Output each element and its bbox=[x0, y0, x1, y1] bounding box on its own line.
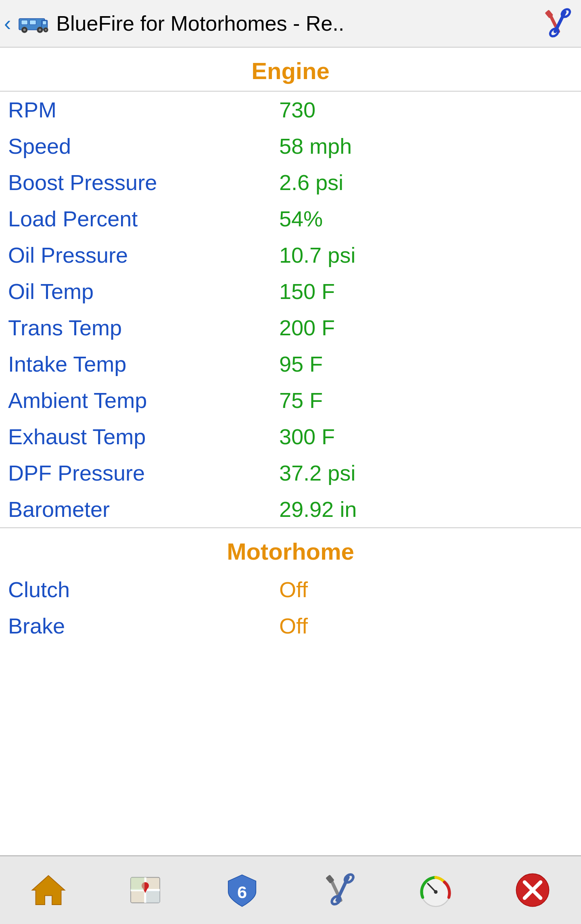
label-trans-temp: Trans Temp bbox=[8, 315, 279, 340]
label-brake: Brake bbox=[8, 613, 279, 638]
value-exhaust-temp: 300 F bbox=[279, 424, 573, 449]
label-intake-temp: Intake Temp bbox=[8, 351, 279, 376]
row-oil-temp: Oil Temp 150 F bbox=[0, 273, 581, 309]
tools-icon bbox=[321, 872, 357, 908]
row-speed: Speed 58 mph bbox=[0, 128, 581, 164]
svg-rect-2 bbox=[21, 20, 28, 25]
value-trans-temp: 200 F bbox=[279, 315, 573, 340]
label-boost-pressure: Boost Pressure bbox=[8, 170, 279, 195]
label-clutch: Clutch bbox=[8, 577, 279, 602]
row-dpf-pressure: DPF Pressure 37.2 psi bbox=[0, 455, 581, 491]
close-icon bbox=[514, 872, 551, 908]
row-oil-pressure: Oil Pressure 10.7 psi bbox=[0, 237, 581, 273]
bottom-nav: 6 bbox=[0, 855, 581, 924]
calendar-icon: 6 bbox=[224, 872, 260, 908]
label-dpf-pressure: DPF Pressure bbox=[8, 460, 279, 485]
svg-rect-3 bbox=[30, 20, 36, 25]
svg-rect-4 bbox=[43, 21, 47, 25]
map-icon bbox=[127, 872, 163, 908]
svg-point-10 bbox=[45, 29, 47, 31]
row-ambient-temp: Ambient Temp 75 F bbox=[0, 382, 581, 418]
value-rpm: 730 bbox=[279, 97, 573, 122]
svg-rect-23 bbox=[146, 891, 160, 903]
row-clutch: Clutch Off bbox=[0, 571, 581, 608]
svg-point-32 bbox=[434, 890, 438, 894]
row-intake-temp: Intake Temp 95 F bbox=[0, 346, 581, 382]
value-intake-temp: 95 F bbox=[279, 351, 573, 376]
label-ambient-temp: Ambient Temp bbox=[8, 388, 279, 413]
nav-calendar[interactable]: 6 bbox=[194, 860, 290, 920]
label-oil-pressure: Oil Pressure bbox=[8, 242, 279, 268]
value-speed: 58 mph bbox=[279, 134, 573, 159]
engine-section-header: Engine bbox=[0, 48, 581, 91]
row-load-percent: Load Percent 54% bbox=[0, 201, 581, 237]
svg-rect-22 bbox=[131, 878, 144, 891]
value-barometer: 29.92 in bbox=[279, 497, 573, 522]
home-icon bbox=[30, 872, 67, 908]
value-clutch: Off bbox=[279, 577, 573, 602]
value-brake: Off bbox=[279, 613, 573, 638]
nav-close[interactable] bbox=[484, 860, 581, 920]
row-brake: Brake Off bbox=[0, 608, 581, 644]
row-barometer: Barometer 29.92 in bbox=[0, 491, 581, 527]
value-load-percent: 54% bbox=[279, 206, 573, 231]
svg-text:6: 6 bbox=[237, 882, 247, 902]
row-exhaust-temp: Exhaust Temp 300 F bbox=[0, 418, 581, 455]
nav-tools[interactable] bbox=[290, 860, 387, 920]
settings-icon[interactable] bbox=[541, 7, 573, 40]
nav-home[interactable] bbox=[0, 860, 97, 920]
nav-gauge[interactable] bbox=[387, 860, 484, 920]
value-boost-pressure: 2.6 psi bbox=[279, 170, 573, 195]
label-exhaust-temp: Exhaust Temp bbox=[8, 424, 279, 449]
row-boost-pressure: Boost Pressure 2.6 psi bbox=[0, 164, 581, 201]
app-icon bbox=[17, 7, 50, 40]
app-header: ‹ BlueFire for Motorhomes - Re.. bbox=[0, 0, 581, 48]
svg-point-8 bbox=[39, 29, 41, 31]
motorhome-section-header: Motorhome bbox=[0, 528, 581, 571]
label-speed: Speed bbox=[8, 134, 279, 159]
value-oil-pressure: 10.7 psi bbox=[279, 242, 573, 268]
label-oil-temp: Oil Temp bbox=[8, 279, 279, 304]
svg-marker-16 bbox=[32, 876, 65, 905]
main-content: Engine RPM 730 Speed 58 mph Boost Pressu… bbox=[0, 48, 581, 717]
svg-point-6 bbox=[23, 29, 26, 31]
value-oil-temp: 150 F bbox=[279, 279, 573, 304]
value-dpf-pressure: 37.2 psi bbox=[279, 460, 573, 485]
row-trans-temp: Trans Temp 200 F bbox=[0, 309, 581, 346]
nav-map[interactable] bbox=[97, 860, 194, 920]
row-rpm: RPM 730 bbox=[0, 92, 581, 128]
label-rpm: RPM bbox=[8, 97, 279, 122]
back-button[interactable]: ‹ bbox=[4, 13, 11, 34]
gauge-icon bbox=[418, 872, 454, 908]
header-left: ‹ BlueFire for Motorhomes - Re.. bbox=[4, 7, 344, 40]
label-load-percent: Load Percent bbox=[8, 206, 279, 231]
header-title: BlueFire for Motorhomes - Re.. bbox=[56, 11, 344, 36]
value-ambient-temp: 75 F bbox=[279, 388, 573, 413]
label-barometer: Barometer bbox=[8, 497, 279, 522]
